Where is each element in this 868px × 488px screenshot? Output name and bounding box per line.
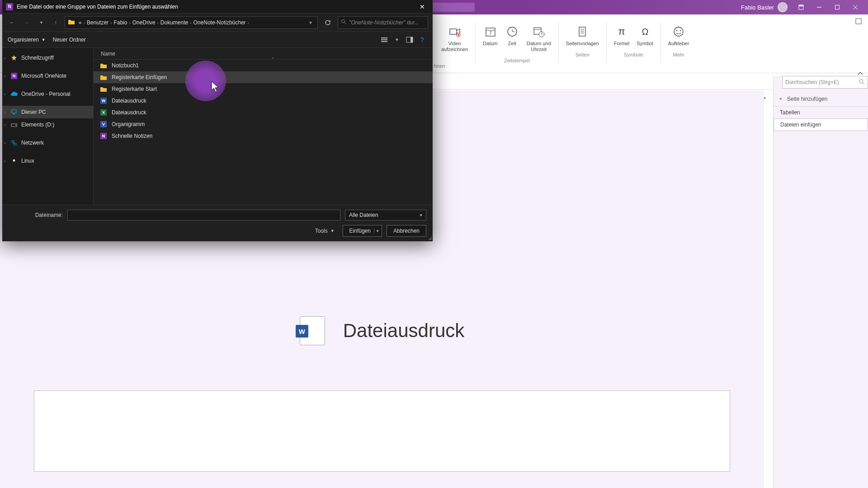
address-bar[interactable]: «›Benutzer›Fabio›OneDrive›Dokumente›OneN… — [65, 16, 318, 29]
page-list-item[interactable]: Dateien einfügen — [774, 118, 868, 131]
help-icon[interactable]: ? — [417, 35, 427, 45]
recent-dropdown-icon[interactable]: ▾ — [36, 17, 47, 28]
resize-grip-icon[interactable]: ◢ — [428, 235, 432, 240]
visio-icon: V — [100, 121, 107, 128]
breadcrumb[interactable]: Dokumente — [159, 19, 190, 26]
dialog-titlebar[interactable]: N Eine Datei oder eine Gruppe von Dateie… — [2, 0, 433, 14]
add-page-button[interactable]: ＋ Seite hinzufügen — [774, 91, 868, 107]
filetype-select[interactable]: Alle Dateien ▾ — [345, 210, 426, 221]
svg-point-42 — [15, 125, 16, 126]
svg-point-28 — [676, 30, 677, 31]
ribbon-omega-button[interactable]: ΩSymbol — [634, 23, 656, 48]
tree-label: Dieser PC — [21, 109, 46, 115]
plus-icon: ＋ — [778, 95, 783, 103]
breadcrumb[interactable]: Fabio — [112, 19, 129, 26]
ribbon-clock-button[interactable]: Zeit — [502, 23, 522, 48]
breadcrumb[interactable]: Benutzer — [85, 19, 110, 26]
excel-icon: X — [100, 109, 107, 116]
insert-button[interactable]: Einfügen — [343, 225, 382, 237]
ribbon-group-label: Mehr — [673, 52, 684, 57]
folder-icon — [68, 19, 75, 26]
svg-text:π: π — [618, 26, 625, 37]
new-folder-button[interactable]: Neuer Ordner — [53, 37, 86, 43]
address-dropdown-icon[interactable]: ▾ — [307, 19, 315, 26]
fullscreen-icon[interactable] — [855, 18, 862, 26]
tree-item[interactable]: ›Elements (D:) — [2, 118, 93, 131]
file-row[interactable]: XDateiausdruck — [94, 107, 433, 118]
tree-item[interactable]: ›NMicrosoft OneNote — [2, 70, 93, 82]
filename-label: Dateiname: — [9, 212, 63, 218]
add-page-label: Seite hinzufügen — [787, 96, 827, 102]
file-row[interactable]: VOrganigramm — [94, 118, 433, 130]
dialog-search-input[interactable]: "OneNote-Notizbücher" dur... — [338, 16, 428, 29]
chevron-right-icon[interactable]: › — [4, 56, 5, 61]
net-icon — [10, 139, 18, 146]
search-icon — [859, 79, 865, 86]
chevron-right-icon[interactable]: › — [4, 74, 5, 79]
ribbon-group-label: Seiten — [576, 52, 590, 57]
linux-icon — [10, 157, 18, 164]
file-row[interactable]: Notizbuch1 — [94, 60, 433, 71]
dialog-close-icon[interactable]: ✕ — [415, 0, 429, 14]
file-row[interactable]: WDateiausdruck — [94, 95, 433, 107]
breadcrumb[interactable]: OneDrive — [131, 19, 157, 26]
video-icon — [448, 24, 462, 39]
tree-item[interactable]: ›Dieser PC — [2, 106, 93, 118]
chevron-right-icon[interactable]: › — [4, 159, 5, 164]
ribbon-sticker-button[interactable]: Aufkleber — [665, 23, 692, 48]
svg-rect-39 — [12, 110, 16, 113]
file-name: Organigramm — [112, 121, 145, 127]
drive-icon — [10, 121, 18, 128]
tree-item[interactable]: ›Netzwerk — [2, 136, 93, 149]
ribbon-cal-clock-button[interactable]: Datum und Uhrzeit — [524, 23, 554, 54]
chevron-right-icon[interactable]: › — [4, 110, 5, 115]
file-row[interactable]: NSchnelle Notizen — [94, 130, 433, 142]
column-header-name[interactable]: Name — [94, 48, 433, 60]
ribbon-pi-button[interactable]: πFormel — [611, 23, 632, 48]
tree-item[interactable]: ›Schnellzugriff — [2, 52, 93, 64]
omega-icon: Ω — [638, 24, 652, 39]
ribbon-calendar-button[interactable]: 7Datum — [480, 23, 500, 48]
chevron-down-icon: ▼ — [42, 38, 46, 42]
chevron-right-icon[interactable]: › — [4, 92, 5, 97]
file-row[interactable]: Registerkarte Start — [94, 83, 433, 95]
cancel-button[interactable]: Abbrechen — [387, 225, 426, 237]
tree-label: OneDrive - Personal — [21, 91, 71, 97]
pc-icon — [10, 108, 18, 116]
refresh-icon[interactable] — [321, 16, 334, 29]
breadcrumb[interactable]: OneNote-Notizbücher — [192, 19, 248, 26]
ribbon-item-label: Zeit — [508, 41, 516, 47]
cancel-label: Abbrechen — [393, 228, 420, 234]
clock-icon — [505, 24, 519, 39]
chevron-right-icon[interactable]: › — [4, 122, 5, 127]
breadcrumb[interactable]: « — [77, 19, 84, 26]
up-icon[interactable]: ↑ — [50, 17, 61, 28]
ribbon-group-label: Symbole — [624, 52, 643, 57]
view-dropdown-icon[interactable]: ▼ — [392, 35, 402, 45]
view-list-icon[interactable] — [379, 35, 389, 45]
organize-button[interactable]: Organisieren ▼ — [8, 37, 46, 43]
file-name: Notizbuch1 — [112, 62, 139, 69]
tree-item[interactable]: ›OneDrive - Personal — [2, 88, 93, 100]
tools-button[interactable]: Tools ▼ — [311, 228, 338, 234]
preview-pane-icon[interactable] — [405, 35, 415, 45]
file-attachment[interactable]: Dateiausdruck — [300, 316, 464, 345]
chevron-right-icon[interactable]: › — [4, 141, 5, 145]
filename-input[interactable] — [67, 210, 340, 221]
back-icon[interactable]: ← — [7, 17, 18, 28]
chevron-right-icon: › — [248, 20, 249, 25]
ribbon-video-button[interactable]: Video aufzeichnen — [439, 23, 471, 54]
ribbon-page-button[interactable]: Seitenvorlagen — [563, 23, 602, 48]
svg-rect-40 — [13, 113, 15, 114]
tree-label: Netzwerk — [21, 140, 44, 146]
page-list-item[interactable]: Tabellen — [774, 107, 868, 118]
file-list: Name ˄ Notizbuch1Registerkarte EinfügenR… — [94, 48, 433, 205]
forward-icon[interactable]: → — [21, 17, 32, 28]
file-name: Dateiausdruck — [112, 98, 146, 104]
dialog-nav: ← → ▾ ↑ «›Benutzer›Fabio›OneDrive›Dokume… — [2, 14, 433, 32]
file-name: Registerkarte Einfügen — [112, 74, 167, 80]
tree-item[interactable]: ›Linux — [2, 155, 93, 167]
search-pages-input[interactable]: Durchsuchen (Strg+E) — [782, 76, 868, 89]
file-row[interactable]: Registerkarte Einfügen — [94, 71, 433, 83]
svg-point-46 — [13, 160, 15, 162]
